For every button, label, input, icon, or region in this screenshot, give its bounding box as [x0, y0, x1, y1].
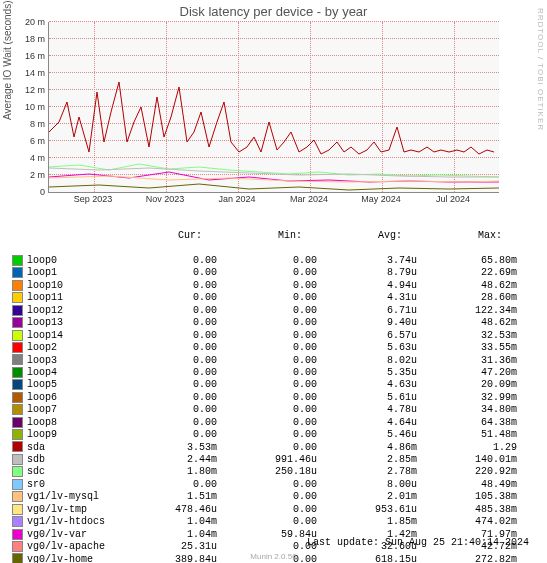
cur-val: 2.44m [127, 454, 217, 466]
avg-val: 4.63u [317, 379, 417, 391]
avg-val: 6.71u [317, 305, 417, 317]
color-swatch [12, 441, 23, 452]
legend-row: loop10.000.008.79u22.69m [12, 267, 517, 279]
cur-val: 1.04m [127, 516, 217, 528]
legend-row: loop70.000.004.78u34.80m [12, 404, 517, 416]
legend-header: Cur:Min:Avg:Max: [12, 230, 517, 242]
max-val: 1.29 [417, 442, 517, 454]
series-name: vg0/lv-tmp [27, 504, 127, 516]
legend-row: loop80.000.004.64u64.38m [12, 417, 517, 429]
min-val: 0.00 [217, 429, 317, 441]
series-name: loop10 [27, 280, 127, 292]
color-swatch [12, 255, 23, 266]
series-name: loop7 [27, 404, 127, 416]
series-name: vg1/lv-htdocs [27, 516, 127, 528]
max-val: 33.55m [417, 342, 517, 354]
avg-val: 4.86m [317, 442, 417, 454]
chart-title: Disk latency per device - by year [0, 0, 547, 19]
series-name: loop12 [27, 305, 127, 317]
legend-row: vg1/lv-htdocs1.04m0.001.85m474.02m [12, 516, 517, 528]
y-tick: 8 m [5, 119, 45, 129]
chart-container: Disk latency per device - by year Averag… [0, 0, 547, 563]
legend-row: loop120.000.006.71u122.34m [12, 305, 517, 317]
avg-val: 6.57u [317, 330, 417, 342]
x-tick: May 2024 [361, 194, 401, 204]
avg-val: 8.79u [317, 267, 417, 279]
avg-val: 2.01m [317, 491, 417, 503]
min-val: 0.00 [217, 355, 317, 367]
max-val: 48.49m [417, 479, 517, 491]
avg-val: 2.85m [317, 454, 417, 466]
cur-val: 0.00 [127, 379, 217, 391]
series-name: loop6 [27, 392, 127, 404]
cur-val: 478.46u [127, 504, 217, 516]
min-val: 0.00 [217, 305, 317, 317]
min-val: 59.84u [217, 529, 317, 541]
avg-val: 953.61u [317, 504, 417, 516]
y-tick: 16 m [5, 51, 45, 61]
x-tick: Nov 2023 [146, 194, 185, 204]
min-val: 0.00 [217, 292, 317, 304]
color-swatch [12, 392, 23, 403]
x-tick: Sep 2023 [74, 194, 113, 204]
color-swatch [12, 267, 23, 278]
legend-row: loop00.000.003.74u65.80m [12, 255, 517, 267]
avg-val: 1.85m [317, 516, 417, 528]
color-swatch [12, 429, 23, 440]
color-swatch [12, 504, 23, 515]
max-val: 47.20m [417, 367, 517, 379]
series-name: sdb [27, 454, 127, 466]
series-name: loop14 [27, 330, 127, 342]
legend-row: vg0/lv-tmp478.46u0.00953.61u485.38m [12, 504, 517, 516]
cur-val: 0.00 [127, 367, 217, 379]
legend-row: loop40.000.005.35u47.20m [12, 367, 517, 379]
max-val: 65.80m [417, 255, 517, 267]
max-val: 220.92m [417, 466, 517, 478]
min-val: 0.00 [217, 516, 317, 528]
y-tick: 12 m [5, 85, 45, 95]
cur-val: 0.00 [127, 342, 217, 354]
min-val: 991.46u [217, 454, 317, 466]
avg-val: 4.94u [317, 280, 417, 292]
max-val: 122.34m [417, 305, 517, 317]
max-val: 34.80m [417, 404, 517, 416]
min-val: 0.00 [217, 504, 317, 516]
cur-val: 0.00 [127, 317, 217, 329]
max-val: 105.38m [417, 491, 517, 503]
cur-val: 0.00 [127, 392, 217, 404]
x-tick: Jan 2024 [218, 194, 255, 204]
cur-val: 0.00 [127, 330, 217, 342]
series-name: loop0 [27, 255, 127, 267]
color-swatch [12, 280, 23, 291]
avg-val: 5.63u [317, 342, 417, 354]
series-name: loop4 [27, 367, 127, 379]
cur-val: 3.53m [127, 442, 217, 454]
y-tick: 20 m [5, 17, 45, 27]
cur-val: 0.00 [127, 479, 217, 491]
color-swatch [12, 529, 23, 540]
color-swatch [12, 317, 23, 328]
y-tick: 10 m [5, 102, 45, 112]
min-val: 0.00 [217, 280, 317, 292]
min-val: 0.00 [217, 491, 317, 503]
legend-row: sdc1.80m250.18u2.78m220.92m [12, 466, 517, 478]
cur-val: 0.00 [127, 292, 217, 304]
avg-val: 5.35u [317, 367, 417, 379]
color-swatch [12, 367, 23, 378]
min-val: 0.00 [217, 367, 317, 379]
series-name: sdc [27, 466, 127, 478]
legend-row: loop50.000.004.63u20.09m [12, 379, 517, 391]
max-val: 140.01m [417, 454, 517, 466]
legend-row: loop100.000.004.94u48.62m [12, 280, 517, 292]
legend-row: loop90.000.005.46u51.48m [12, 429, 517, 441]
series-name: loop2 [27, 342, 127, 354]
avg-val: 4.64u [317, 417, 417, 429]
legend-row: loop20.000.005.63u33.55m [12, 342, 517, 354]
min-val: 0.00 [217, 330, 317, 342]
max-val: 48.62m [417, 317, 517, 329]
watermark: RRDTOOL / TOBI OETIKER [536, 8, 545, 131]
avg-val: 3.74u [317, 255, 417, 267]
min-val: 0.00 [217, 267, 317, 279]
color-swatch [12, 379, 23, 390]
series-name: sda [27, 442, 127, 454]
